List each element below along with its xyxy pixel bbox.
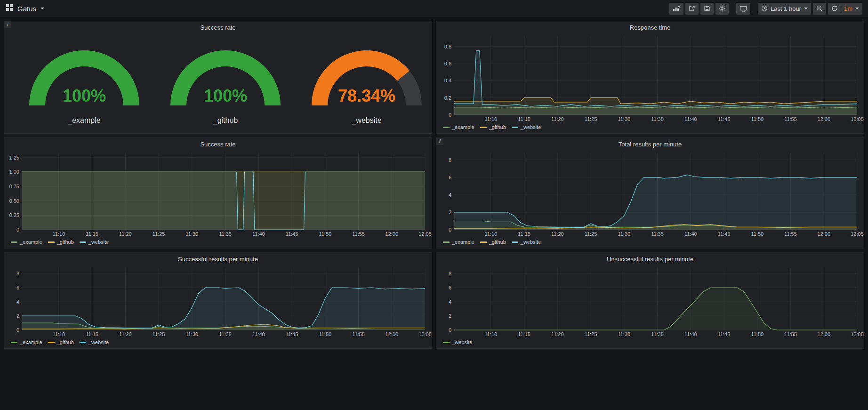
svg-text:11:45: 11:45 bbox=[718, 116, 731, 122]
refresh-interval-label[interactable]: 1m bbox=[844, 5, 852, 12]
legend-item-_github[interactable]: _github bbox=[480, 239, 506, 245]
svg-text:11:35: 11:35 bbox=[219, 331, 232, 337]
svg-text:11:10: 11:10 bbox=[484, 331, 497, 337]
svg-text:2: 2 bbox=[449, 209, 451, 215]
legend-color-icon bbox=[443, 127, 450, 128]
legend-label: _example bbox=[20, 239, 42, 245]
panel-header[interactable]: Response time bbox=[436, 21, 864, 33]
legend-label: _website bbox=[521, 124, 541, 130]
panel-header[interactable]: Success rate bbox=[4, 138, 432, 150]
svg-text:11:20: 11:20 bbox=[551, 116, 564, 122]
panel-header[interactable]: Total results per minute bbox=[436, 138, 864, 150]
svg-text:11:30: 11:30 bbox=[618, 331, 630, 337]
refresh-caret-down-icon[interactable] bbox=[855, 8, 859, 9]
legend-item-_github[interactable]: _github bbox=[480, 124, 506, 130]
save-icon bbox=[704, 5, 710, 12]
legend-item-_example[interactable]: _example bbox=[443, 239, 474, 245]
add-panel-button[interactable] bbox=[669, 3, 683, 15]
legend-item-_example[interactable]: _example bbox=[11, 239, 42, 245]
total-results-chart[interactable]: 0246811:1011:1511:2011:2511:3011:3511:40… bbox=[436, 150, 864, 238]
panel-title: Unsuccessful results per minute bbox=[607, 256, 693, 263]
svg-text:0.50: 0.50 bbox=[9, 198, 19, 204]
zoom-out-button[interactable] bbox=[813, 3, 826, 15]
legend-color-icon bbox=[512, 127, 518, 128]
legend-item-_website[interactable]: _website bbox=[80, 239, 109, 245]
svg-text:12:05: 12:05 bbox=[851, 116, 864, 122]
refresh-divider bbox=[841, 5, 841, 12]
info-glyph: i bbox=[439, 139, 441, 144]
svg-text:11:55: 11:55 bbox=[352, 231, 365, 237]
panel-title: Total results per minute bbox=[619, 141, 682, 148]
svg-text:11:20: 11:20 bbox=[119, 331, 132, 337]
legend-label: _website bbox=[88, 339, 109, 345]
legend-label: _example bbox=[452, 124, 474, 130]
legend-item-_website[interactable]: _website bbox=[512, 124, 541, 130]
legend-item-_github[interactable]: _github bbox=[48, 239, 74, 245]
share-button[interactable] bbox=[685, 3, 699, 15]
save-button[interactable] bbox=[700, 3, 714, 15]
settings-button[interactable] bbox=[715, 3, 729, 15]
svg-text:11:40: 11:40 bbox=[252, 331, 265, 337]
legend-label: _example bbox=[452, 239, 474, 245]
refresh-picker[interactable]: 1m bbox=[828, 3, 862, 15]
legend-item-_example[interactable]: _example bbox=[443, 124, 474, 130]
svg-text:11:10: 11:10 bbox=[52, 231, 65, 237]
legend-label: _website bbox=[521, 239, 541, 245]
legend-item-_website[interactable]: _website bbox=[443, 339, 472, 345]
share-icon bbox=[689, 5, 695, 12]
svg-text:12:00: 12:00 bbox=[818, 116, 831, 122]
svg-text:0.2: 0.2 bbox=[444, 95, 451, 101]
legend-color-icon bbox=[11, 241, 17, 243]
svg-text:11:15: 11:15 bbox=[518, 231, 530, 237]
gauge-value: 100% bbox=[204, 86, 247, 105]
successful-results-chart[interactable]: 0246811:1011:1511:2011:2511:3011:3511:40… bbox=[4, 265, 432, 338]
dashboards-grid-icon[interactable] bbox=[6, 4, 13, 13]
svg-text:11:25: 11:25 bbox=[153, 331, 165, 337]
svg-text:8: 8 bbox=[16, 271, 19, 276]
svg-text:4: 4 bbox=[16, 299, 19, 305]
svg-text:12:00: 12:00 bbox=[386, 331, 399, 337]
svg-text:8: 8 bbox=[449, 157, 451, 163]
gauge-_example: 100%_example bbox=[14, 40, 155, 125]
chart-legend: _example_github_website bbox=[4, 238, 432, 248]
legend-item-_website[interactable]: _website bbox=[512, 239, 541, 245]
gauge-_website: 78.34%_website bbox=[296, 40, 432, 125]
time-range-picker[interactable]: Last 1 hour bbox=[758, 3, 811, 15]
svg-text:0: 0 bbox=[16, 227, 19, 233]
unsuccessful-results-chart[interactable]: 0246811:1011:1511:2011:2511:3011:3511:40… bbox=[436, 265, 864, 338]
svg-text:12:05: 12:05 bbox=[418, 331, 432, 337]
legend-item-_github[interactable]: _github bbox=[48, 339, 74, 345]
svg-text:0: 0 bbox=[16, 327, 19, 333]
svg-text:11:55: 11:55 bbox=[784, 331, 797, 337]
svg-text:11:40: 11:40 bbox=[684, 331, 697, 337]
legend-item-_website[interactable]: _website bbox=[80, 339, 109, 345]
cycle-view-mode-button[interactable] bbox=[736, 3, 750, 15]
svg-text:0.25: 0.25 bbox=[9, 212, 19, 218]
success-rate-chart[interactable]: 00.250.500.751.001.2511:1011:1511:2011:2… bbox=[4, 150, 432, 238]
svg-text:12:05: 12:05 bbox=[851, 331, 864, 337]
svg-text:11:25: 11:25 bbox=[153, 231, 165, 237]
legend-label: _website bbox=[452, 339, 472, 345]
legend-label: _website bbox=[88, 239, 109, 245]
legend-label: _github bbox=[57, 239, 74, 245]
legend-item-_example[interactable]: _example bbox=[11, 339, 42, 345]
svg-text:11:45: 11:45 bbox=[286, 331, 298, 337]
svg-text:11:35: 11:35 bbox=[651, 116, 664, 122]
response-time-chart[interactable]: 00.20.40.60.811:1011:1511:2011:2511:3011… bbox=[436, 33, 864, 123]
dashboard-caret-down-icon[interactable] bbox=[40, 8, 44, 9]
panel-header[interactable]: Success rate bbox=[4, 21, 432, 33]
svg-text:1.25: 1.25 bbox=[9, 155, 19, 161]
gauge-value: 100% bbox=[63, 86, 106, 105]
svg-text:11:55: 11:55 bbox=[784, 116, 797, 122]
svg-text:11:50: 11:50 bbox=[751, 116, 764, 122]
panel-info-icon[interactable]: i bbox=[436, 138, 443, 145]
svg-text:11:15: 11:15 bbox=[86, 331, 98, 337]
panel-header[interactable]: Successful results per minute bbox=[4, 253, 432, 265]
dashboard-title[interactable]: Gatus bbox=[17, 5, 36, 13]
svg-text:11:10: 11:10 bbox=[52, 331, 65, 337]
legend-color-icon bbox=[443, 342, 450, 343]
panel-header[interactable]: Unsuccessful results per minute bbox=[436, 253, 864, 265]
gauge-_github: 100%_github bbox=[155, 40, 296, 125]
panel-info-icon[interactable]: i bbox=[4, 21, 11, 28]
svg-text:11:45: 11:45 bbox=[718, 231, 731, 237]
